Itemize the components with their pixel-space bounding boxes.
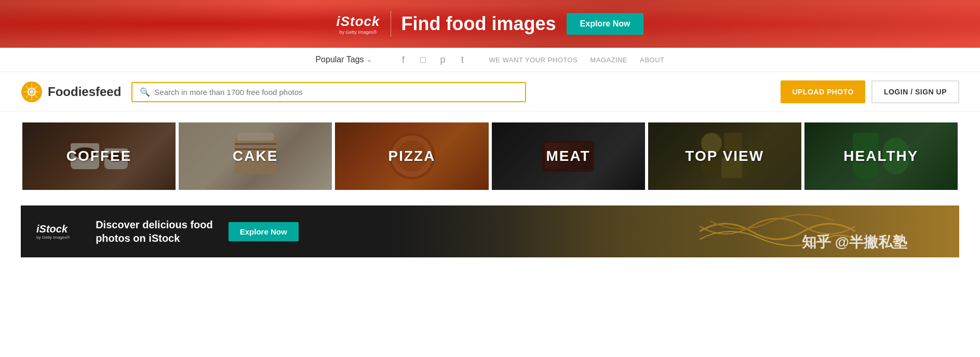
category-grid: COFFEE CAKE PIZZA MEAT xyxy=(0,112,980,200)
nav-links: WE WANT YOUR PHOTOS MAGAZINE ABOUT xyxy=(489,56,665,64)
search-input[interactable] xyxy=(154,88,518,97)
logo-icon xyxy=(21,81,43,103)
coffee-label: COFFEE xyxy=(22,122,176,190)
bottom-banner-branding: iStock by Getty Images® xyxy=(21,213,85,250)
search-bar: 🔍 xyxy=(131,82,526,102)
top-banner: iStock by Getty Images® Find food images… xyxy=(0,0,980,48)
banner-explore-button[interactable]: Explore Now xyxy=(567,13,644,35)
main-header: Foodiesfeed 🔍 UPLOAD PHOTO LOGIN / SIGN … xyxy=(0,72,980,112)
category-item-cake[interactable]: CAKE xyxy=(179,122,332,190)
svg-point-6 xyxy=(30,90,33,93)
healthy-label: HEALTHY xyxy=(804,122,958,190)
category-item-coffee[interactable]: COFFEE xyxy=(22,122,176,190)
twitter-icon[interactable]: t xyxy=(457,54,468,65)
popular-tags-dropdown[interactable]: Popular Tags ⌄ xyxy=(315,55,371,64)
instagram-icon[interactable]: □ xyxy=(418,54,429,65)
pinterest-icon[interactable]: p xyxy=(437,54,449,65)
bottom-istock-sub: by Getty Images® xyxy=(36,235,70,240)
logo-container: Foodiesfeed xyxy=(21,81,121,103)
facebook-icon[interactable]: f xyxy=(398,54,409,65)
nav-link-about[interactable]: ABOUT xyxy=(640,56,664,64)
header-actions: UPLOAD PHOTO LOGIN / SIGN UP xyxy=(781,80,959,103)
banner-tagline: Find food images xyxy=(401,13,556,35)
bottom-istock-logo: iStock xyxy=(36,223,70,235)
category-item-healthy[interactable]: HEALTHY xyxy=(804,122,958,190)
category-item-pizza[interactable]: PIZZA xyxy=(335,122,488,190)
chevron-down-icon: ⌄ xyxy=(367,56,372,63)
banner-divider xyxy=(391,11,391,37)
banner-istock-sub: by Getty Images® xyxy=(339,30,377,35)
search-icon: 🔍 xyxy=(140,87,150,97)
bottom-banner-text: Discover delicious foodphotos on iStock xyxy=(85,218,223,245)
logo-text: Foodiesfeed xyxy=(48,85,121,99)
nav-link-magazine[interactable]: MAGAZINE xyxy=(590,56,627,64)
category-item-top-view[interactable]: TOP VIEW xyxy=(648,122,801,190)
popular-tags-label: Popular Tags xyxy=(315,55,364,64)
social-links: f □ p t xyxy=(398,54,468,65)
upload-photo-button[interactable]: UPLOAD PHOTO xyxy=(781,80,865,103)
nav-bar: Popular Tags ⌄ f □ p t WE WANT YOUR PHOT… xyxy=(0,48,980,72)
cake-label: CAKE xyxy=(179,122,332,190)
bottom-explore-button[interactable]: Explore Now xyxy=(229,222,299,241)
watermark: 知乎 @半撇私塾 xyxy=(802,232,907,252)
pizza-label: PIZZA xyxy=(335,122,488,190)
banner-istock-branding: iStock by Getty Images® xyxy=(337,13,380,35)
banner-istock-logo: iStock xyxy=(337,13,380,30)
topview-label: TOP VIEW xyxy=(648,122,801,190)
meat-label: MEAT xyxy=(492,122,645,190)
login-signup-button[interactable]: LOGIN / SIGN UP xyxy=(871,80,959,103)
bottom-banner: iStock by Getty Images® Discover delicio… xyxy=(21,205,959,257)
nav-link-photos[interactable]: WE WANT YOUR PHOTOS xyxy=(489,56,578,64)
category-item-meat[interactable]: MEAT xyxy=(492,122,645,190)
